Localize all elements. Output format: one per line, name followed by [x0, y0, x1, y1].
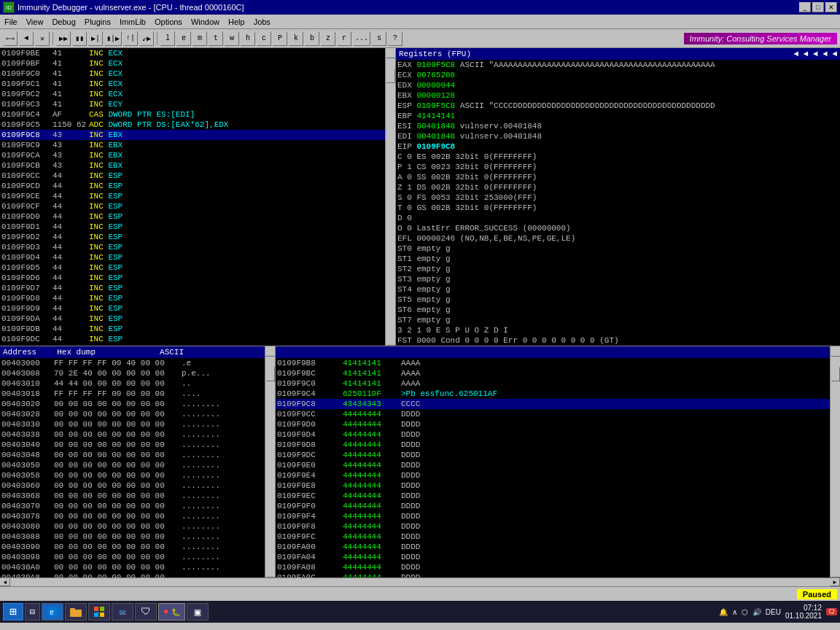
hex-scrollbar[interactable]: ▲ ▼: [265, 346, 275, 578]
taskbar-chevron[interactable]: ∧: [732, 608, 737, 616]
hex-scroll-down[interactable]: ▼: [265, 567, 276, 578]
hex-scroll-thumb[interactable]: [266, 367, 275, 381]
disasm-line[interactable]: 0109F9CB43INC EBX: [0, 160, 395, 171]
toolbar-cap-p[interactable]: P: [273, 31, 287, 46]
disassembly-panel[interactable]: 0109F9BE41INC ECX0109F9BF41INC ECX0109F9…: [0, 48, 396, 346]
toolbar-k[interactable]: k: [289, 31, 303, 46]
toolbar-back-fwd[interactable]: ⇐⇒: [3, 31, 18, 46]
hex-dump-line[interactable]: 0040308000 00 00 00 00 00 00 00........: [0, 521, 275, 532]
disasm-line[interactable]: 0109F9D744INC ESP: [0, 283, 395, 293]
stack-line[interactable]: 0109F9B841414141AAAA: [276, 358, 840, 368]
hex-dump-line[interactable]: 0040304800 00 00 00 00 00 00 00........: [0, 450, 275, 460]
disasm-line[interactable]: 0109F9DD44INC ESP: [0, 344, 395, 346]
close-button[interactable]: ✕: [825, 2, 837, 12]
scroll-up-arrow[interactable]: ▲: [386, 48, 396, 58]
disasm-line[interactable]: 0109F9D644INC ESP: [0, 273, 395, 283]
h-scroll-left[interactable]: ◄: [0, 578, 10, 586]
toolbar-pause[interactable]: ▮▮: [72, 31, 87, 46]
stack-panel[interactable]: 0109F9B841414141AAAA0109F9BC41414141AAAA…: [276, 346, 840, 578]
stack-line[interactable]: 0109F9DC44444444DDDD: [276, 450, 840, 460]
menu-debug[interactable]: Debug: [47, 15, 79, 28]
menu-file[interactable]: File: [0, 15, 22, 28]
toolbar-z[interactable]: z: [321, 31, 335, 46]
taskbar-app2[interactable]: ▣: [187, 603, 209, 621]
stack-line[interactable]: 0109FA0C44444444DDDD: [276, 572, 840, 578]
disasm-line[interactable]: 0109F9C141INC ECX: [0, 79, 395, 89]
stack-line[interactable]: 0109F9F044444444DDDD: [276, 501, 840, 511]
title-bar-controls[interactable]: _ □ ✕: [799, 2, 837, 12]
menu-plugins[interactable]: Plugins: [80, 15, 115, 28]
disasm-line[interactable]: 0109F9C51150 62ADC DWORD PTR DS:[EAX*62]…: [0, 120, 395, 130]
stack-line[interactable]: 0109F9D444444444DDDD: [276, 429, 840, 440]
stack-scrollbar[interactable]: ▲ ▼: [830, 346, 840, 578]
toolbar-t[interactable]: t: [209, 31, 223, 46]
taskbar-notification[interactable]: 🗨: [826, 608, 837, 615]
taskbar-files[interactable]: [65, 603, 87, 621]
disasm-line[interactable]: 0109F9D244INC ESP: [0, 232, 395, 242]
menu-window[interactable]: Window: [187, 15, 224, 28]
stack-line[interactable]: 0109F9C843434343CCCC: [276, 399, 840, 409]
disasm-line[interactable]: 0109F9CD44INC ESP: [0, 181, 395, 191]
hex-dump-line[interactable]: 0040309000 00 00 00 00 00 00 00........: [0, 542, 275, 552]
menu-immlib[interactable]: ImmLib: [115, 15, 150, 28]
disasm-line[interactable]: 0109F9DA44INC ESP: [0, 314, 395, 324]
hex-dump-line[interactable]: 0040307000 00 00 00 00 00 00 00........: [0, 501, 275, 511]
stack-line[interactable]: 0109F9E044444444DDDD: [276, 460, 840, 470]
disasm-line[interactable]: 0109F9BE41INC ECX: [0, 48, 395, 58]
h-scrollbar[interactable]: ◄ ►: [0, 578, 840, 586]
disasm-line[interactable]: 0109F9D944INC ESP: [0, 303, 395, 314]
stack-scroll-down[interactable]: ▼: [831, 567, 841, 578]
toolbar-run[interactable]: ▶▶: [56, 31, 71, 46]
toolbar-rewind[interactable]: ◄: [19, 31, 34, 46]
toolbar-w[interactable]: w: [225, 31, 239, 46]
toolbar-c[interactable]: c: [257, 31, 271, 46]
hex-dump-line[interactable]: 0040309800 00 00 00 00 00 00 00........: [0, 552, 275, 562]
disasm-line[interactable]: 0109F9CA43INC EBX: [0, 150, 395, 160]
stack-line[interactable]: 0109F9C46250110F>Pb essfunc.625011AF: [276, 389, 840, 399]
toolbar-step-out[interactable]: ↑|: [123, 31, 138, 46]
hex-dump-line[interactable]: 0040303800 00 00 00 00 00 00 00........: [0, 429, 275, 440]
toolbar-r[interactable]: r: [337, 31, 351, 46]
toolbar-b[interactable]: b: [305, 31, 319, 46]
toolbar-l[interactable]: l: [160, 31, 175, 46]
hex-scroll-up[interactable]: ▲: [265, 346, 276, 357]
stack-scroll-thumb[interactable]: [831, 367, 840, 381]
h-scroll-track[interactable]: [10, 578, 830, 586]
menu-help[interactable]: Help: [224, 15, 249, 28]
disasm-line[interactable]: 0109F9C041INC ECX: [0, 69, 395, 79]
hex-dump-line[interactable]: 0040307800 00 00 00 00 00 00 00........: [0, 511, 275, 521]
maximize-button[interactable]: □: [812, 2, 824, 12]
disasm-line[interactable]: 0109F9C4AFCAS DWORD PTR ES:[EDI]: [0, 109, 395, 120]
toolbar-stop[interactable]: ✕: [35, 31, 50, 46]
disasm-line[interactable]: 0109F9D444INC ESP: [0, 252, 395, 262]
hex-dump-line[interactable]: 00403018FF FF FF FF 00 00 00 00....: [0, 389, 275, 399]
toolbar-execute[interactable]: ↙▶: [139, 31, 154, 46]
disasm-line[interactable]: 0109F9D844INC ESP: [0, 293, 395, 303]
h-scroll-right[interactable]: ►: [830, 578, 840, 586]
hex-dump-line[interactable]: 0040301044 44 00 00 00 00 00 00..: [0, 378, 275, 389]
toolbar-s[interactable]: s: [372, 31, 386, 46]
taskbar-security[interactable]: 🛡: [135, 603, 157, 621]
taskbar-search[interactable]: ⊟: [25, 603, 40, 621]
hex-dump-line[interactable]: 004030A800 00 00 00 00 00 00 00........: [0, 572, 275, 578]
taskbar-edge[interactable]: e: [42, 603, 63, 621]
menu-jobs[interactable]: Jobs: [249, 15, 275, 28]
disasm-line[interactable]: 0109F9D344INC ESP: [0, 242, 395, 252]
disasm-line[interactable]: 0109F9C341INC ECY: [0, 99, 395, 109]
disasm-line[interactable]: 0109F9C241INC ECX: [0, 89, 395, 99]
toolbar-e[interactable]: e: [176, 31, 191, 46]
disasm-line[interactable]: 0109F9BF41INC ECX: [0, 58, 395, 69]
stack-line[interactable]: 0109FA0844444444DDDD: [276, 562, 840, 572]
toolbar-m[interactable]: m: [192, 31, 207, 46]
disasm-line[interactable]: 0109F9C843INC EBX: [0, 130, 395, 140]
hex-dump-line[interactable]: 0040304000 00 00 00 00 00 00 00........: [0, 440, 275, 450]
disasm-line[interactable]: 0109F9CC44INC ESP: [0, 171, 395, 181]
hex-dump-line[interactable]: 004030A000 00 00 00 00 00 00 00........: [0, 562, 275, 572]
hex-dump-line[interactable]: 0040305000 00 00 00 00 00 00 00........: [0, 460, 275, 470]
toolbar-dots[interactable]: ...: [353, 31, 370, 46]
stack-line[interactable]: 0109FA0044444444DDDD: [276, 542, 840, 552]
disasm-line[interactable]: 0109F9D144INC ESP: [0, 222, 395, 232]
menu-options[interactable]: Options: [150, 15, 187, 28]
hex-dump-line[interactable]: 0040306800 00 00 00 00 00 00 00........: [0, 491, 275, 501]
start-button[interactable]: ⊞: [3, 603, 23, 621]
